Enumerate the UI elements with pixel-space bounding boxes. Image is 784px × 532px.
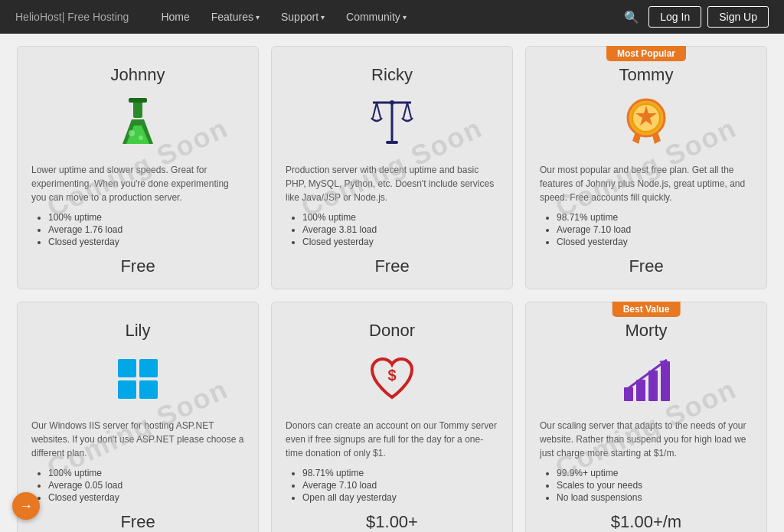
card-price-johnny: Free [31,256,244,276]
svg-point-4 [129,130,135,136]
nav-links: Home Features ▾ Support ▾ Community ▾ [152,0,615,34]
card-ricky: Coming Soon Ricky [271,46,513,289]
card-desc-johnny: Lower uptime and slower speeds. Great fo… [31,163,244,204]
card-icon-tommy [540,93,753,154]
card-title-ricky: Ricky [286,65,498,85]
card-badge-morty: Best Value [612,302,681,317]
login-button[interactable]: Log In [648,6,701,28]
chart-icon [619,352,673,406]
feature-item: Average 0.05 load [48,480,244,491]
card-price-donor: $1.00+ [286,512,498,532]
windows-icon [115,356,161,402]
card-badge-tommy: Most Popular [606,46,686,61]
main-content: Coming Soon Johnny Lower uptime and slow… [0,34,784,532]
svg-rect-3 [129,98,147,103]
card-title-morty: Morty [540,321,753,341]
card-features-johnny: 100% uptime Average 1.76 load Closed yes… [31,212,244,247]
feature-item: 98.71% uptime [302,468,498,478]
card-features-donor: 98.71% uptime Average 7.10 load Open all… [286,468,498,503]
card-title-donor: Donor [286,321,498,341]
feature-item: Open all day yesterday [302,492,498,503]
card-desc-lily: Our Windows IIS server for hosting ASP.N… [31,419,244,460]
svg-rect-12 [386,141,398,144]
cards-grid: Coming Soon Johnny Lower uptime and slow… [17,46,767,532]
card-icon-morty [540,348,753,410]
card-price-morty: $1.00+/m [540,512,753,532]
brand-name: HelioHost [15,11,62,23]
feature-item: Closed yesterday [557,237,753,247]
card-tommy: Most Popular Coming Soon Tommy Our most … [525,46,767,289]
feature-item: Average 7.10 load [302,480,498,491]
flask-icon [115,96,161,150]
nav-support[interactable]: Support ▾ [272,0,334,34]
nav-home[interactable]: Home [152,0,198,34]
svg-rect-20 [139,359,158,377]
svg-rect-22 [139,380,158,399]
card-price-tommy: Free [540,256,753,276]
search-icon[interactable]: 🔍 [615,10,648,24]
feature-item: Average 3.81 load [302,224,498,235]
chevron-down-icon: ▾ [403,13,407,21]
feature-item: 98.71% uptime [557,212,753,223]
card-donor: Donor $ Donors can create an account on … [271,302,513,532]
feature-item: Average 1.76 load [48,224,244,235]
chevron-down-icon: ▾ [321,13,325,21]
card-icon-donor: $ [286,348,498,410]
card-icon-johnny [31,93,244,154]
feature-item: No load suspensions [557,492,753,503]
feature-item: Scales to your needs [557,480,753,491]
feature-item: 100% uptime [302,212,498,223]
card-price-lily: Free [31,512,244,532]
chevron-down-icon: ▾ [256,13,260,21]
nav-features[interactable]: Features ▾ [202,0,269,34]
svg-line-8 [373,103,377,118]
card-lily: Coming Soon Lily Our Windows IIS server … [17,302,259,532]
feature-item: 100% uptime [48,212,244,223]
feature-item: Closed yesterday [48,492,244,503]
card-title-tommy: Tommy [540,65,753,85]
card-desc-donor: Donors can create an account on our Tomm… [286,419,498,460]
card-features-ricky: 100% uptime Average 3.81 load Closed yes… [286,212,498,247]
navbar: HelioHost| Free Hosting Home Features ▾ … [0,0,784,34]
svg-line-9 [377,103,381,118]
svg-point-5 [139,135,143,140]
scales-icon [365,96,419,150]
signup-button[interactable]: Sign Up [707,6,769,28]
card-features-tommy: 98.71% uptime Average 7.10 load Closed y… [540,212,753,247]
card-desc-tommy: Our most popular and best free plan. Get… [540,163,753,204]
svg-rect-21 [118,380,136,399]
svg-rect-25 [636,380,645,401]
nav-community[interactable]: Community ▾ [337,0,416,34]
award-icon [622,96,671,150]
card-features-lily: 100% uptime Average 0.05 load Closed yes… [31,468,244,503]
card-morty: Best Value Coming Soon Morty Our scaling… [525,302,767,532]
feature-item: Closed yesterday [302,237,498,247]
feature-item: 99.9%+ uptime [557,468,753,478]
card-desc-morty: Our scaling server that adapts to the ne… [540,419,753,460]
feature-item: 100% uptime [48,468,244,478]
feature-item: Closed yesterday [48,237,244,247]
card-title-johnny: Johnny [31,65,244,85]
card-icon-ricky [286,93,498,154]
fab-button[interactable]: → [12,492,40,520]
heart-icon: $ [368,354,417,404]
card-icon-lily [31,348,244,410]
nav-auth-buttons: Log In Sign Up [648,6,769,28]
arrow-icon: → [19,498,33,514]
svg-line-28 [626,360,667,390]
feature-item: Average 7.10 load [557,224,753,235]
brand-logo: HelioHost| Free Hosting [15,10,129,24]
card-price-ricky: Free [286,256,498,276]
card-desc-ricky: Production server with decent uptime and… [286,163,498,204]
card-johnny: Coming Soon Johnny Lower uptime and slow… [17,46,259,289]
svg-rect-26 [648,370,658,401]
card-features-morty: 99.9%+ uptime Scales to your needs No lo… [540,468,753,503]
svg-line-10 [403,103,407,118]
svg-text:$: $ [387,367,396,383]
svg-rect-19 [118,359,136,377]
svg-line-11 [407,103,411,118]
card-title-lily: Lily [31,321,244,341]
svg-point-13 [390,100,394,105]
brand-sub: | Free Hosting [62,11,129,23]
